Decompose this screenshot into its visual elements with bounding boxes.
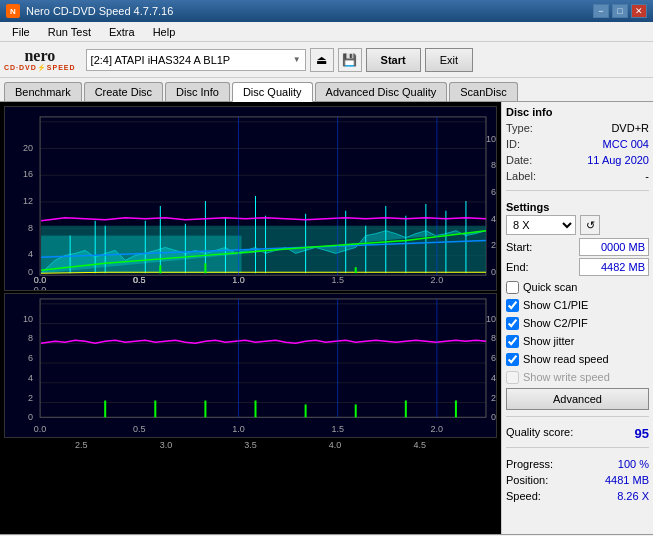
main-content: 0 4 8 12 16 20 0 2 4 6 8 10 0.0 0.5 0.5 … <box>0 102 653 534</box>
tab-scan-disc[interactable]: ScanDisc <box>449 82 517 101</box>
disc-label-value: - <box>645 168 649 184</box>
refresh-btn[interactable]: ↺ <box>580 215 600 235</box>
disc-info-section: Disc info Type: DVD+R ID: MCC 004 Date: … <box>506 106 649 184</box>
disc-id-row: ID: MCC 004 <box>506 136 649 152</box>
show-c1pie-checkbox[interactable] <box>506 299 519 312</box>
svg-text:4: 4 <box>491 214 496 224</box>
end-label: End: <box>506 261 529 273</box>
disc-info-title: Disc info <box>506 106 649 118</box>
svg-text:0: 0 <box>491 267 496 277</box>
disc-date-value: 11 Aug 2020 <box>587 152 649 168</box>
svg-text:2: 2 <box>28 393 33 403</box>
svg-text:8: 8 <box>28 333 33 343</box>
svg-text:6: 6 <box>491 187 496 197</box>
tab-disc-info[interactable]: Disc Info <box>165 82 230 101</box>
minimize-btn[interactable]: − <box>593 4 609 18</box>
start-button[interactable]: Start <box>366 48 421 72</box>
disc-id-label: ID: <box>506 136 520 152</box>
svg-text:1.5: 1.5 <box>331 424 344 434</box>
disc-label-label: Label: <box>506 168 536 184</box>
svg-text:10: 10 <box>486 134 496 144</box>
show-c2pif-row: Show C2/PIF <box>506 314 649 332</box>
svg-text:2: 2 <box>491 393 496 403</box>
tab-advanced-disc-quality[interactable]: Advanced Disc Quality <box>315 82 448 101</box>
title-bar-left: N Nero CD-DVD Speed 4.7.7.16 <box>6 4 173 18</box>
start-input[interactable] <box>579 238 649 256</box>
menu-help[interactable]: Help <box>145 24 184 40</box>
svg-text:0.0: 0.0 <box>34 424 47 434</box>
start-row: Start: <box>506 238 649 256</box>
speed-row: 8 X 4 X Max ↺ <box>506 215 649 235</box>
advanced-button[interactable]: Advanced <box>506 388 649 410</box>
divider-1 <box>506 190 649 191</box>
menu-extra[interactable]: Extra <box>101 24 143 40</box>
disc-date-label: Date: <box>506 152 532 168</box>
drive-label: [2:4] ATAPI iHAS324 A BL1P <box>91 54 231 66</box>
show-read-speed-checkbox[interactable] <box>506 353 519 366</box>
charts-area: 0 4 8 12 16 20 0 2 4 6 8 10 0.0 0.5 0.5 … <box>0 102 501 534</box>
dropdown-arrow-icon: ▼ <box>293 55 301 64</box>
menu-file[interactable]: File <box>4 24 38 40</box>
eject-btn[interactable]: ⏏ <box>310 48 334 72</box>
svg-text:2: 2 <box>491 241 496 251</box>
svg-text:0.5: 0.5 <box>133 275 146 285</box>
divider-3 <box>506 447 649 448</box>
app-title: Nero CD-DVD Speed 4.7.7.16 <box>26 5 173 17</box>
tab-benchmark[interactable]: Benchmark <box>4 82 82 101</box>
settings-section: Settings 8 X 4 X Max ↺ Start: End: Quick… <box>506 201 649 410</box>
show-jitter-checkbox[interactable] <box>506 335 519 348</box>
toolbar: nero CD·DVD⚡SPEED [2:4] ATAPI iHAS324 A … <box>0 42 653 78</box>
progress-row: Progress: 100 % <box>506 456 649 472</box>
svg-text:6: 6 <box>491 353 496 363</box>
title-bar-controls: − □ ✕ <box>593 4 647 18</box>
svg-text:1.0: 1.0 <box>232 424 245 434</box>
disc-type-label: Type: <box>506 120 533 136</box>
position-label: Position: <box>506 472 548 488</box>
x-axis-labels: 2.5 3.0 3.5 4.0 4.5 <box>4 440 497 450</box>
position-row: Position: 4481 MB <box>506 472 649 488</box>
tab-disc-quality[interactable]: Disc Quality <box>232 82 313 102</box>
drive-selector[interactable]: [2:4] ATAPI iHAS324 A BL1P ▼ <box>86 49 306 71</box>
svg-text:1.5: 1.5 <box>331 275 344 285</box>
show-write-speed-label: Show write speed <box>523 368 610 386</box>
speed-select[interactable]: 8 X 4 X Max <box>506 215 576 235</box>
end-input[interactable] <box>579 258 649 276</box>
svg-text:10: 10 <box>486 314 496 324</box>
svg-text:0: 0 <box>28 412 33 422</box>
nero-brand: nero <box>24 48 55 64</box>
svg-text:8: 8 <box>491 160 496 170</box>
quick-scan-checkbox[interactable] <box>506 281 519 294</box>
nero-product: CD·DVD⚡SPEED <box>4 64 76 72</box>
svg-text:1.0: 1.0 <box>232 275 245 285</box>
speed-value: 8.26 X <box>617 488 649 504</box>
maximize-btn[interactable]: □ <box>612 4 628 18</box>
chart-top: 0 4 8 12 16 20 0 2 4 6 8 10 0.0 0.5 0.5 … <box>4 106 497 291</box>
show-write-speed-checkbox[interactable] <box>506 371 519 384</box>
end-row: End: <box>506 258 649 276</box>
svg-text:6: 6 <box>28 353 33 363</box>
svg-text:20: 20 <box>23 143 33 153</box>
show-write-speed-row: Show write speed <box>506 368 649 386</box>
disc-type-row: Type: DVD+R <box>506 120 649 136</box>
show-c1pie-label: Show C1/PIE <box>523 296 588 314</box>
chart-bottom: 0 2 4 6 8 10 0 2 4 6 8 10 0.0 0.5 1.0 1.… <box>4 293 497 438</box>
svg-text:4: 4 <box>491 373 496 383</box>
disc-label-row: Label: - <box>506 168 649 184</box>
svg-text:12: 12 <box>23 196 33 206</box>
show-read-speed-row: Show read speed <box>506 350 649 368</box>
menu-bar: File Run Test Extra Help <box>0 22 653 42</box>
quality-score-label: Quality score: <box>506 426 573 441</box>
svg-text:0.5: 0.5 <box>133 424 146 434</box>
tab-create-disc[interactable]: Create Disc <box>84 82 163 101</box>
exit-button[interactable]: Exit <box>425 48 473 72</box>
svg-text:4: 4 <box>28 249 33 259</box>
save-btn[interactable]: 💾 <box>338 48 362 72</box>
disc-type-value: DVD+R <box>611 120 649 136</box>
menu-run-test[interactable]: Run Test <box>40 24 99 40</box>
svg-text:0.0: 0.0 <box>34 275 47 285</box>
tabs: Benchmark Create Disc Disc Info Disc Qua… <box>0 78 653 102</box>
svg-text:0.0: 0.0 <box>34 285 47 290</box>
close-btn[interactable]: ✕ <box>631 4 647 18</box>
show-c2pif-label: Show C2/PIF <box>523 314 588 332</box>
show-c2pif-checkbox[interactable] <box>506 317 519 330</box>
